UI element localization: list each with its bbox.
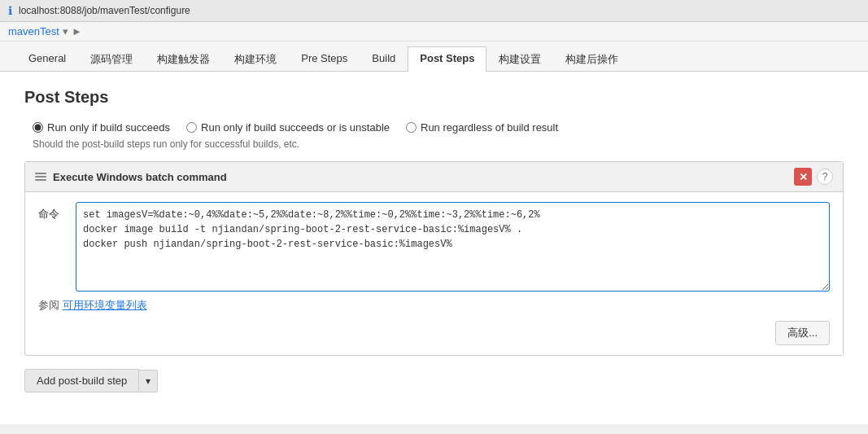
add-post-build-step-button[interactable]: Add post-build step [24, 369, 139, 392]
drag-handle[interactable] [35, 173, 46, 181]
nav-tabs: General 源码管理 构建触发器 构建环境 Pre Steps Build … [0, 42, 868, 72]
main-content: General 源码管理 构建触发器 构建环境 Pre Steps Build … [0, 42, 868, 424]
run-condition-radio-group: Run only if build succeeds Run only if b… [24, 121, 844, 134]
command-textarea[interactable]: set imagesV=%date:~0,4%%date:~5,2%%date:… [76, 202, 830, 292]
page-body: Post Steps Run only if build succeeds Ru… [0, 72, 868, 409]
step-card-title: Execute Windows batch command [53, 171, 227, 183]
env-link-prefix: 参阅 [38, 299, 63, 311]
radio-regardless-input[interactable] [406, 122, 417, 133]
tab-build[interactable]: Build [360, 46, 408, 72]
radio-success-or-unstable-label: Run only if build succeeds or is unstabl… [201, 121, 390, 134]
radio-hint: Should the post-build steps run only for… [24, 138, 844, 150]
radio-success-or-unstable[interactable]: Run only if build succeeds or is unstabl… [186, 121, 390, 134]
tab-build-settings[interactable]: 构建设置 [486, 46, 553, 72]
breadcrumb-dropdown-arrow[interactable]: ▾ [63, 25, 68, 37]
delete-step-button[interactable]: ✕ [794, 168, 812, 186]
tab-post-steps[interactable]: Post Steps [408, 46, 486, 72]
radio-success-or-unstable-input[interactable] [186, 122, 197, 133]
radio-success-only-input[interactable] [33, 122, 43, 133]
command-label: 命令 [38, 202, 68, 221]
info-icon: ℹ [8, 4, 12, 17]
page-title: Post Steps [24, 88, 844, 107]
step-card-header: Execute Windows batch command ✕ ? [25, 162, 843, 192]
breadcrumb-expand-arrow[interactable]: ► [72, 25, 82, 37]
step-card-body: 命令 set imagesV=%date:~0,4%%date:~5,2%%da… [25, 192, 843, 355]
tab-pre-steps[interactable]: Pre Steps [289, 46, 360, 72]
tab-general[interactable]: General [16, 46, 78, 72]
add-step-row: Add post-build step ▾ [24, 369, 844, 392]
browser-bar: ℹ localhost:8088/job/mavenTest/configure [0, 0, 868, 22]
env-link[interactable]: 可用环境变量列表 [63, 299, 147, 311]
command-field-row: 命令 set imagesV=%date:~0,4%%date:~5,2%%da… [38, 202, 830, 292]
breadcrumb-bar: mavenTest ▾ ► [0, 22, 868, 42]
advanced-button[interactable]: 高级... [775, 321, 830, 345]
advanced-btn-row: 高级... [38, 321, 830, 345]
breadcrumb-maventest[interactable]: mavenTest [8, 25, 59, 37]
step-card-windows-batch: Execute Windows batch command ✕ ? 命令 set… [24, 161, 844, 356]
radio-success-only[interactable]: Run only if build succeeds [33, 121, 170, 134]
tab-post-build-actions[interactable]: 构建后操作 [553, 46, 630, 72]
radio-regardless-label: Run regardless of build result [421, 121, 558, 134]
tab-build-env[interactable]: 构建环境 [222, 46, 289, 72]
tab-build-triggers[interactable]: 构建触发器 [145, 46, 222, 72]
step-card-controls: ✕ ? [794, 168, 833, 186]
env-link-row: 参阅 可用环境变量列表 [38, 298, 830, 313]
add-post-build-step-arrow[interactable]: ▾ [139, 370, 158, 392]
browser-url: localhost:8088/job/mavenTest/configure [19, 5, 190, 16]
radio-regardless[interactable]: Run regardless of build result [406, 121, 558, 134]
radio-success-only-label: Run only if build succeeds [47, 121, 170, 134]
help-button[interactable]: ? [817, 169, 833, 185]
step-card-title-row: Execute Windows batch command [35, 171, 227, 183]
tab-source-code[interactable]: 源码管理 [78, 46, 145, 72]
